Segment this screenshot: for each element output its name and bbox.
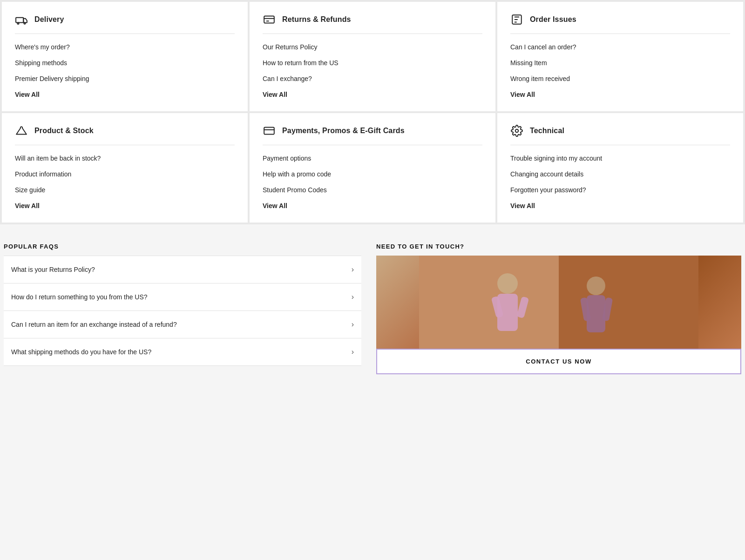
faq-item-text-1: How do I return something to you from th… — [11, 293, 148, 301]
help-card-delivery: DeliveryWhere's my order?Shipping method… — [2, 2, 248, 111]
help-link-returns-2[interactable]: Can I exchange? — [263, 75, 482, 82]
svg-rect-8 — [419, 256, 559, 349]
help-category-grid: DeliveryWhere's my order?Shipping method… — [0, 0, 745, 224]
faq-item-text-3: What shipping methods do you have for th… — [11, 348, 151, 356]
svg-point-2 — [24, 23, 25, 24]
help-link-delivery-1[interactable]: Shipping methods — [15, 59, 235, 67]
help-link-technical-2[interactable]: Forgotten your password? — [510, 186, 730, 194]
help-card-header-returns: Returns & Refunds — [263, 13, 482, 34]
faq-item-text-0: What is your Returns Policy? — [11, 266, 95, 273]
faq-item-0[interactable]: What is your Returns Policy?› — [4, 256, 361, 283]
faqs-section: POPULAR FAQS What is your Returns Policy… — [4, 243, 372, 374]
help-link-order-issues-2[interactable]: Wrong item received — [510, 75, 730, 82]
faq-chevron-1: › — [352, 293, 354, 301]
help-card-order-issues: Order IssuesCan I cancel an order?Missin… — [497, 2, 743, 111]
faqs-title: POPULAR FAQS — [4, 243, 361, 250]
contact-button-wrapper: CONTACT US NOW — [376, 349, 741, 374]
help-card-links-order-issues: Can I cancel an order?Missing ItemWrong … — [510, 43, 730, 98]
faq-item-3[interactable]: What shipping methods do you have for th… — [4, 338, 361, 366]
svg-rect-9 — [559, 256, 698, 349]
help-card-header-delivery: Delivery — [15, 13, 235, 34]
contact-us-button[interactable]: CONTACT US NOW — [376, 349, 741, 374]
help-link-technical-0[interactable]: Trouble signing into my account — [510, 155, 730, 162]
card-icon — [263, 124, 276, 137]
view-all-returns[interactable]: View All — [263, 91, 482, 98]
help-link-product-stock-0[interactable]: Will an item be back in stock? — [15, 155, 235, 162]
faq-list: What is your Returns Policy?›How do I re… — [4, 256, 361, 366]
view-all-technical[interactable]: View All — [510, 202, 730, 209]
help-card-title-payments: Payments, Promos & E-Gift Cards — [282, 127, 405, 135]
help-link-product-stock-1[interactable]: Product information — [15, 170, 235, 178]
help-card-links-product-stock: Will an item be back in stock?Product in… — [15, 155, 235, 209]
help-card-returns: Returns & RefundsOur Returns PolicyHow t… — [250, 2, 495, 111]
view-all-payments[interactable]: View All — [263, 202, 482, 209]
svg-point-1 — [17, 23, 19, 24]
svg-point-14 — [587, 277, 605, 295]
help-card-title-technical: Technical — [530, 127, 564, 135]
svg-rect-5 — [264, 127, 274, 134]
help-card-title-delivery: Delivery — [34, 15, 64, 24]
help-link-order-issues-0[interactable]: Can I cancel an order? — [510, 43, 730, 51]
help-link-delivery-0[interactable]: Where's my order? — [15, 43, 235, 51]
contact-title: NEED TO GET IN TOUCH? — [376, 243, 741, 250]
svg-rect-0 — [16, 18, 23, 23]
help-card-header-order-issues: Order Issues — [510, 13, 730, 34]
help-card-links-payments: Payment optionsHelp with a promo codeStu… — [263, 155, 482, 209]
order-icon — [510, 13, 523, 26]
help-card-technical: TechnicalTrouble signing into my account… — [497, 113, 743, 223]
bottom-section: POPULAR FAQS What is your Returns Policy… — [0, 224, 745, 374]
help-card-title-order-issues: Order Issues — [530, 15, 576, 24]
faq-chevron-2: › — [352, 320, 354, 329]
help-card-title-product-stock: Product & Stock — [34, 127, 94, 135]
contact-image-bg — [376, 256, 741, 349]
help-link-technical-1[interactable]: Changing account details — [510, 170, 730, 178]
help-link-delivery-2[interactable]: Premier Delivery shipping — [15, 75, 235, 82]
svg-rect-3 — [264, 16, 274, 23]
help-link-returns-1[interactable]: How to return from the US — [263, 59, 482, 67]
faq-item-text-2: Can I return an item for an exchange ins… — [11, 321, 177, 328]
faq-item-1[interactable]: How do I return something to you from th… — [4, 283, 361, 311]
truck-icon — [15, 13, 28, 26]
view-all-order-issues[interactable]: View All — [510, 91, 730, 98]
help-card-links-delivery: Where's my order?Shipping methodsPremier… — [15, 43, 235, 98]
help-card-product-stock: Product & StockWill an item be back in s… — [2, 113, 248, 223]
help-link-returns-0[interactable]: Our Returns Policy — [263, 43, 482, 51]
faq-chevron-3: › — [352, 348, 354, 356]
returns-icon — [263, 13, 276, 26]
help-card-header-technical: Technical — [510, 124, 730, 145]
help-link-payments-2[interactable]: Student Promo Codes — [263, 186, 482, 194]
faq-item-2[interactable]: Can I return an item for an exchange ins… — [4, 311, 361, 338]
help-link-product-stock-2[interactable]: Size guide — [15, 186, 235, 194]
view-all-product-stock[interactable]: View All — [15, 202, 235, 209]
help-card-title-returns: Returns & Refunds — [282, 15, 351, 24]
help-link-payments-0[interactable]: Payment options — [263, 155, 482, 162]
help-card-links-returns: Our Returns PolicyHow to return from the… — [263, 43, 482, 98]
help-card-payments: Payments, Promos & E-Gift CardsPayment o… — [250, 113, 495, 223]
hanger-icon — [15, 124, 28, 137]
svg-point-6 — [515, 129, 519, 133]
help-link-order-issues-1[interactable]: Missing Item — [510, 59, 730, 67]
faq-chevron-0: › — [352, 265, 354, 274]
help-card-header-payments: Payments, Promos & E-Gift Cards — [263, 124, 482, 145]
help-card-links-technical: Trouble signing into my accountChanging … — [510, 155, 730, 209]
view-all-delivery[interactable]: View All — [15, 91, 235, 98]
contact-section: NEED TO GET IN TOUCH? — [372, 243, 741, 374]
help-link-payments-1[interactable]: Help with a promo code — [263, 170, 482, 178]
help-card-header-product-stock: Product & Stock — [15, 124, 235, 145]
contact-image — [376, 256, 741, 349]
gear-icon — [510, 124, 523, 137]
svg-point-10 — [497, 273, 518, 294]
